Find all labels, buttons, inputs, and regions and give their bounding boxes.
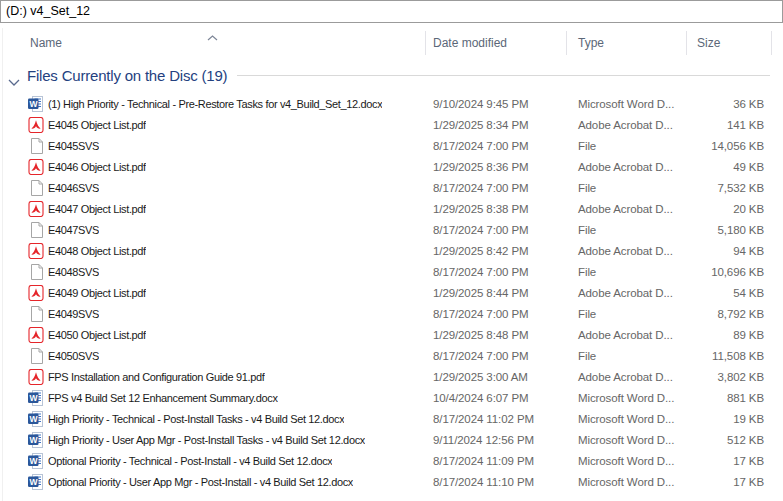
table-row[interactable]: E4046SVS8/17/2024 7:00 PMFile7,532 KB <box>0 177 783 198</box>
generic-file-icon <box>28 348 44 364</box>
chevron-down-icon[interactable] <box>8 72 20 79</box>
file-date-modified: 8/17/2024 7:00 PM <box>426 266 567 278</box>
column-header-date-modified[interactable]: Date modified <box>433 36 507 50</box>
file-type: Adobe Acrobat D... <box>567 203 687 215</box>
file-size: 11,508 KB <box>687 350 773 362</box>
file-type: Adobe Acrobat D... <box>567 161 687 173</box>
table-row[interactable]: E4047SVS8/17/2024 7:00 PMFile5,180 KB <box>0 219 783 240</box>
file-name: Optional Priority - Technical - Post-Ins… <box>48 455 332 467</box>
file-date-modified: 8/17/2024 7:00 PM <box>426 182 567 194</box>
file-size: 7,532 KB <box>687 182 773 194</box>
file-name: Optional Priority - User App Mgr - Post-… <box>48 476 353 488</box>
disc-label-bar: (D:) v4_Set_12 <box>0 0 783 23</box>
file-size: 881 KB <box>687 392 773 404</box>
pdf-file-icon <box>28 201 44 217</box>
file-name: E4048 Object List.pdf <box>48 245 146 257</box>
file-size: 3,802 KB <box>687 371 773 383</box>
column-separator[interactable] <box>425 31 426 55</box>
table-row[interactable]: E4046 Object List.pdf1/29/2025 8:36 PMAd… <box>0 156 783 177</box>
file-size: 36 KB <box>687 98 773 110</box>
svg-text:W: W <box>29 414 38 424</box>
file-type: File <box>567 308 687 320</box>
file-name: E4046 Object List.pdf <box>48 161 146 173</box>
table-row[interactable]: E4050SVS8/17/2024 7:00 PMFile11,508 KB <box>0 345 783 366</box>
file-name: E4046SVS <box>48 182 99 194</box>
file-date-modified: 9/11/2024 12:56 PM <box>426 434 567 446</box>
column-header-type[interactable]: Type <box>578 36 604 50</box>
svg-text:W: W <box>29 393 38 403</box>
file-name-cell: E4047SVS <box>0 222 426 238</box>
file-type: Microsoft Word D... <box>567 434 687 446</box>
file-size: 89 KB <box>687 329 773 341</box>
table-row[interactable]: FPS Installation and Configuration Guide… <box>0 366 783 387</box>
file-size: 5,180 KB <box>687 224 773 236</box>
generic-file-icon <box>28 264 44 280</box>
file-type: File <box>567 266 687 278</box>
table-row[interactable]: E4049 Object List.pdf1/29/2025 8:44 PMAd… <box>0 282 783 303</box>
pdf-file-icon <box>28 327 44 343</box>
group-header: Files Currently on the Disc (19) <box>0 57 783 93</box>
file-type: Adobe Acrobat D... <box>567 119 687 131</box>
word-file-icon: W <box>28 432 44 448</box>
file-date-modified: 1/29/2025 3:00 AM <box>426 371 567 383</box>
file-date-modified: 1/29/2025 8:36 PM <box>426 161 567 173</box>
pdf-file-icon <box>28 243 44 259</box>
column-header-row: Name Date modified Type Size <box>0 23 783 57</box>
file-type: Microsoft Word D... <box>567 392 687 404</box>
file-size: 141 KB <box>687 119 773 131</box>
file-name-cell: E4046SVS <box>0 180 426 196</box>
file-name-cell: E4047 Object List.pdf <box>0 201 426 217</box>
file-name-cell: E4045 Object List.pdf <box>0 117 426 133</box>
explorer-window: (D:) v4_Set_12 Name Date modified Type S… <box>0 0 783 501</box>
table-row[interactable]: E4048 Object List.pdf1/29/2025 8:42 PMAd… <box>0 240 783 261</box>
table-row[interactable]: E4047 Object List.pdf1/29/2025 8:38 PMAd… <box>0 198 783 219</box>
pdf-file-icon <box>28 285 44 301</box>
file-name: E4049 Object List.pdf <box>48 287 146 299</box>
table-row[interactable]: E4049SVS8/17/2024 7:00 PMFile8,792 KB <box>0 303 783 324</box>
file-type: File <box>567 224 687 236</box>
table-row[interactable]: E4045SVS8/17/2024 7:00 PMFile14,056 KB <box>0 135 783 156</box>
table-row[interactable]: WHigh Priority - User App Mgr - Post-Ins… <box>0 429 783 450</box>
table-row[interactable]: E4045 Object List.pdf1/29/2025 8:34 PMAd… <box>0 114 783 135</box>
file-type: Microsoft Word D... <box>567 98 687 110</box>
file-name: E4047 Object List.pdf <box>48 203 146 215</box>
svg-text:W: W <box>29 435 38 445</box>
column-header-size[interactable]: Size <box>697 36 720 50</box>
column-header-name[interactable]: Name <box>30 36 62 50</box>
table-row[interactable]: WFPS v4 Build Set 12 Enhancement Summary… <box>0 387 783 408</box>
column-separator[interactable] <box>771 31 772 55</box>
file-date-modified: 8/17/2024 11:10 PM <box>426 476 567 488</box>
file-name: E4048SVS <box>48 266 99 278</box>
pdf-file-icon <box>28 159 44 175</box>
column-separator[interactable] <box>566 31 567 55</box>
svg-text:W: W <box>29 477 38 487</box>
file-name: E4049SVS <box>48 308 99 320</box>
file-date-modified: 1/29/2025 8:38 PM <box>426 203 567 215</box>
file-type: File <box>567 350 687 362</box>
file-name: E4045 Object List.pdf <box>48 119 146 131</box>
file-date-modified: 1/29/2025 8:42 PM <box>426 245 567 257</box>
file-date-modified: 1/29/2025 8:34 PM <box>426 119 567 131</box>
file-size: 8,792 KB <box>687 308 773 320</box>
table-row[interactable]: WOptional Priority - User App Mgr - Post… <box>0 471 783 492</box>
word-file-icon: W <box>28 474 44 490</box>
table-row[interactable]: E4050 Object List.pdf1/29/2025 8:48 PMAd… <box>0 324 783 345</box>
file-name-cell: WHigh Priority - Technical - Post-Instal… <box>0 411 426 427</box>
file-list: W(1) High Priority - Technical - Pre-Res… <box>0 93 783 492</box>
file-date-modified: 8/17/2024 11:02 PM <box>426 413 567 425</box>
table-row[interactable]: E4048SVS8/17/2024 7:00 PMFile10,696 KB <box>0 261 783 282</box>
file-name-cell: E4049SVS <box>0 306 426 322</box>
table-row[interactable]: WHigh Priority - Technical - Post-Instal… <box>0 408 783 429</box>
file-type: Microsoft Word D... <box>567 455 687 467</box>
column-separator[interactable] <box>686 31 687 55</box>
pdf-file-icon <box>28 369 44 385</box>
file-name: (1) High Priority - Technical - Pre-Rest… <box>48 98 382 110</box>
table-row[interactable]: W(1) High Priority - Technical - Pre-Res… <box>0 93 783 114</box>
word-file-icon: W <box>28 411 44 427</box>
file-name-cell: E4048SVS <box>0 264 426 280</box>
table-row[interactable]: WOptional Priority - Technical - Post-In… <box>0 450 783 471</box>
file-size: 19 KB <box>687 413 773 425</box>
file-size: 17 KB <box>687 476 773 488</box>
sort-ascending-icon <box>207 27 218 33</box>
file-name-cell: WOptional Priority - User App Mgr - Post… <box>0 474 426 490</box>
